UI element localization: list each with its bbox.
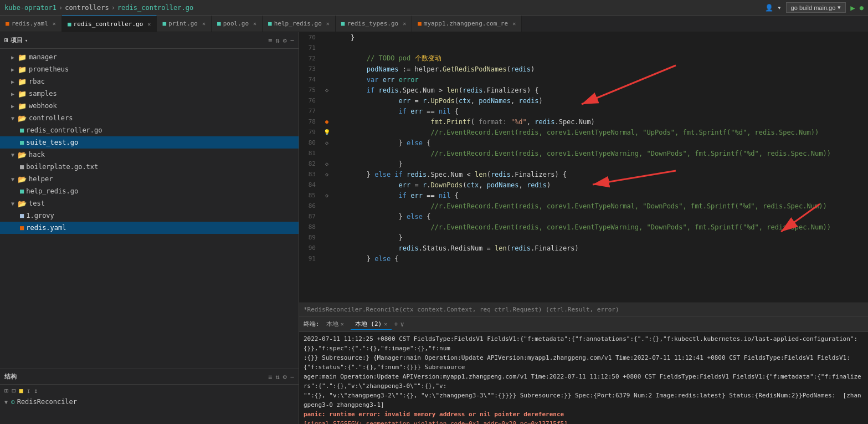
editor-area: 70 } 71 72 // TODO pod 个数变动	[299, 32, 868, 424]
tab-print-go[interactable]: ■ print.go ✕	[157, 16, 212, 32]
item-label: 1.grovy	[26, 212, 54, 219]
sidebar-item-samples[interactable]: ▶ 📁 samples	[0, 88, 299, 100]
tab-close-icon[interactable]: ✕	[341, 321, 344, 327]
chevron-down-icon: ▾	[25, 38, 28, 43]
go-file-icon: ■	[20, 139, 24, 146]
item-label: prometheus	[29, 65, 69, 73]
folder-icon: 📂	[18, 175, 27, 183]
item-label: suite_test.go	[26, 139, 78, 146]
sidebar-item-suite-test-go[interactable]: ■ suite_test.go	[0, 136, 299, 149]
structure-item-redis-reconciler[interactable]: ▼ © RedisReconciler	[0, 397, 299, 407]
tab-close-icon[interactable]: ✕	[147, 21, 151, 27]
tab-label: pool.go	[223, 20, 249, 27]
run-icon[interactable]: ▶	[850, 3, 855, 12]
item-label: redis_controller.go	[26, 126, 102, 134]
folder-icon: 📁	[18, 90, 27, 98]
terminal-panic-line: panic: runtime error: invalid memory add…	[304, 410, 864, 419]
tab-pool-go[interactable]: ■ pool.go ✕	[212, 16, 263, 32]
terminal-add-icon[interactable]: +	[394, 320, 398, 328]
class-icon: ©	[11, 399, 15, 406]
chevron-right-icon: ▶	[11, 103, 14, 109]
main-area: ⊞ 项目 ▾ ≡ ⇅ ⚙ − ▶ 📁 manager ▶ 📁 prom	[0, 32, 868, 424]
outdent-icon[interactable]: ↥	[34, 387, 38, 395]
terminal-tabs: 终端: 本地 ✕ 本地 (2) ✕ + ∨	[299, 316, 868, 332]
terminal-line: 2022-07-11 11:12:25 +0800 CST FieldsType…	[304, 334, 864, 353]
folder-icon: 📂	[18, 200, 27, 208]
sidebar-item-hack[interactable]: ▼ 📂 hack	[0, 149, 299, 161]
tab-close-icon[interactable]: ✕	[253, 21, 256, 27]
terminal-tab-local[interactable]: 本地 ✕	[322, 319, 348, 329]
align-icon[interactable]: ≡	[268, 37, 272, 44]
collapse-all-icon[interactable]: ⊟	[12, 387, 16, 395]
align-icon[interactable]: ≡	[268, 373, 272, 381]
indent-icon[interactable]: ↧	[27, 387, 30, 395]
tab-close-icon[interactable]: ✕	[202, 21, 206, 27]
yaml-file-icon: ■	[20, 224, 24, 232]
tab-close-icon[interactable]: ✕	[512, 21, 516, 27]
terminal-content[interactable]: 2022-07-11 11:12:25 +0800 CST FieldsType…	[299, 332, 868, 424]
sidebar-item-help-redis-go[interactable]: ■ help_redis.go	[0, 185, 299, 197]
tab-close-icon[interactable]: ✕	[53, 21, 56, 27]
dropdown-icon: ▾	[838, 4, 841, 11]
close-sidebar-icon[interactable]: −	[290, 37, 294, 44]
sidebar-item-manager[interactable]: ▶ 📁 manager	[0, 51, 299, 63]
settings-icon[interactable]: ⚙	[283, 37, 287, 44]
code-line-74: 74 var err error	[299, 74, 868, 85]
tab-label: myapp1.zhangpeng.com_re	[424, 20, 508, 27]
expand-all-icon[interactable]: ⊞	[4, 387, 8, 395]
breadcrumb-root[interactable]: kube-oprator1	[4, 4, 57, 12]
editor-wrapper: 70 } 71 72 // TODO pod 个数变动	[299, 32, 868, 316]
item-label: redis.yaml	[26, 224, 66, 232]
code-line-84: 84 err = r.DownPods(ctx, podNames, redis…	[299, 180, 868, 190]
item-label: rbac	[29, 78, 45, 85]
item-label: webhook	[29, 102, 57, 110]
sort-icon[interactable]: ⇅	[275, 373, 279, 381]
minimize-icon[interactable]: −	[290, 373, 294, 381]
editor-breadcrumb: *RedisReconciler.Reconcile(ctx context.C…	[299, 303, 868, 316]
tab-myapp-yaml[interactable]: ■ myapp1.zhangpeng.com_re ✕	[412, 16, 522, 32]
sidebar-item-1-groovy[interactable]: ■ 1.grovy	[0, 210, 299, 222]
go-icon: ■	[68, 21, 71, 28]
breadcrumb-controllers[interactable]: controllers	[65, 4, 109, 12]
sidebar-item-rbac[interactable]: ▶ 📁 rbac	[0, 75, 299, 88]
terminal-tab-local2[interactable]: 本地 (2) ✕	[351, 319, 392, 330]
structure-panel: 结构 ≡ ⇅ ⚙ − ⊞ ⊟ ■ ↧ ↥ ▼ © RedisReconciler	[0, 369, 299, 424]
filter-icon[interactable]: ■	[19, 387, 23, 395]
sidebar-item-controllers[interactable]: ▼ 📂 controllers	[0, 112, 299, 124]
build-label: go build main.go	[791, 4, 836, 11]
sidebar-item-redis-controller-go[interactable]: ■ redis_controller.go	[0, 124, 299, 136]
chevron-down-icon: ▼	[11, 176, 14, 182]
code-line-83: 83 ◇ } else if redis.Spec.Num < len(redi…	[299, 169, 868, 180]
tab-close-icon[interactable]: ✕	[403, 21, 406, 27]
sidebar-tree: ▶ 📁 manager ▶ 📁 prometheus ▶ 📁 rbac ▶ 📁 …	[0, 49, 299, 369]
terminal-chevron-icon[interactable]: ∨	[400, 320, 404, 328]
code-line-82: 82 ◇ }	[299, 159, 868, 169]
sort-icon[interactable]: ⇅	[275, 37, 279, 44]
sidebar-item-redis-yaml[interactable]: ■ redis.yaml	[0, 222, 299, 234]
code-table: 70 } 71 72 // TODO pod 个数变动	[299, 32, 868, 264]
sidebar-item-test[interactable]: ▼ 📂 test	[0, 197, 299, 210]
sidebar-item-helper[interactable]: ▼ 📂 helper	[0, 173, 299, 185]
code-line-79: 79 💡 //r.EventRecord.Event(redis, corev1…	[299, 127, 868, 137]
chevron-down-icon: ▼	[11, 152, 14, 158]
breadcrumb-text: *RedisReconciler.Reconcile(ctx context.C…	[304, 306, 619, 313]
tab-close-icon[interactable]: ✕	[326, 21, 330, 27]
folder-icon: 📁	[18, 65, 27, 74]
sidebar-item-webhook[interactable]: ▶ 📁 webhook	[0, 100, 299, 112]
groovy-file-icon: ■	[20, 212, 24, 219]
tab-redis-types-go[interactable]: ■ redis_types.go ✕	[336, 16, 412, 32]
tab-redis-yaml[interactable]: ■ redis.yaml ✕	[0, 16, 62, 32]
sidebar-item-boilerplate[interactable]: ■ boilerplate.go.txt	[0, 161, 299, 173]
user-icon[interactable]: 👤 ▾	[765, 4, 781, 12]
code-line-86: 86 //r.EventRecord.Event(redis, corev1.E…	[299, 201, 868, 211]
build-button[interactable]: go build main.go ▾	[786, 2, 846, 13]
chevron-right-icon: ▶	[11, 79, 14, 85]
code-scroll[interactable]: 70 } 71 72 // TODO pod 个数变动	[299, 32, 868, 303]
settings-icon[interactable]: ⚙	[283, 373, 287, 381]
terminal-line: ager:main Operation:Update APIVersion:my…	[304, 372, 864, 391]
item-label: test	[29, 200, 45, 207]
sidebar-item-prometheus[interactable]: ▶ 📁 prometheus	[0, 63, 299, 75]
tab-close-icon[interactable]: ✕	[384, 321, 387, 327]
tab-redis-controller-go[interactable]: ■ redis_controller.go ✕	[62, 16, 157, 32]
tab-help-redis-go[interactable]: ■ help_redis.go ✕	[263, 16, 336, 32]
